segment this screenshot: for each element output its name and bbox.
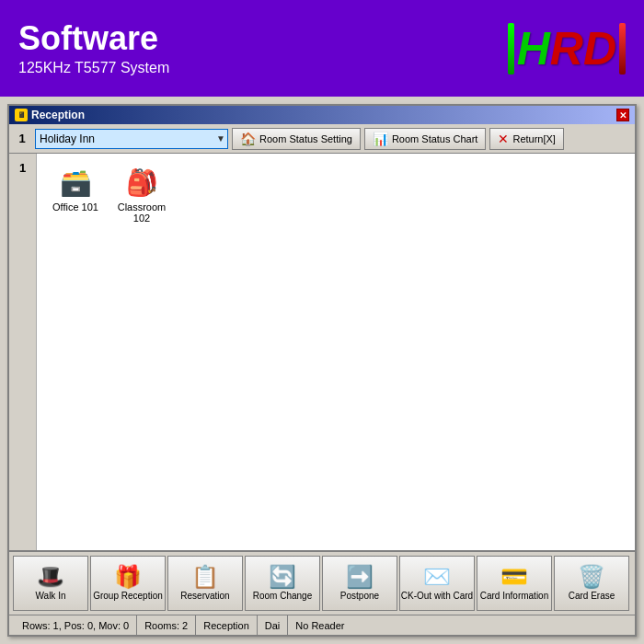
card-erase-label: Card Erase: [569, 591, 615, 601]
room-change-button[interactable]: 🔄 Room Change: [245, 556, 320, 611]
hrd-bar-left: [508, 23, 514, 75]
return-icon: ✕: [498, 132, 509, 146]
room-status-chart-label: Room Status Chart: [392, 133, 478, 144]
letter-r: R: [550, 22, 583, 75]
status-rooms-text: Rooms: 2: [144, 620, 188, 631]
row-number: 1: [13, 132, 31, 145]
status-bar: Rows: 1, Pos: 0, Mov: 0 Rooms: 2 Recepti…: [9, 615, 635, 635]
main-area: 🖥 Reception ✕ 1 Holiday Inn Other Hotel …: [0, 97, 644, 644]
postpone-label: Postpone: [340, 591, 379, 601]
reservation-button[interactable]: 📋 Reservation: [167, 556, 243, 611]
status-dai: Dai: [258, 615, 289, 635]
card-information-label: Card Information: [480, 591, 548, 601]
status-rows: Rows: 1, Pos: 0, Mov: 0: [15, 615, 137, 635]
letter-h: H: [517, 22, 550, 75]
postpone-icon: ➡️: [346, 566, 374, 588]
card-information-button[interactable]: 💳 Card Information: [477, 556, 552, 611]
status-rooms: Rooms: 2: [137, 615, 196, 635]
ck-out-with-card-label: CK-Out with Card: [401, 591, 473, 601]
card-erase-icon: 🗑️: [578, 566, 605, 588]
room-status-chart-icon: 📊: [373, 132, 388, 146]
room-classroom-102-icon: 🎒: [120, 165, 164, 200]
reservation-icon: 📋: [191, 566, 219, 588]
room-status-setting-button[interactable]: 🏠 Room Status Setting: [232, 128, 361, 150]
title-bar: 🖥 Reception ✕: [9, 106, 635, 124]
room-change-icon: 🔄: [269, 566, 296, 588]
group-reception-label: Group Reception: [93, 591, 163, 601]
header-left: Software 125KHz T5577 System: [18, 20, 169, 77]
hrd-logo: H R D: [508, 22, 626, 75]
room-classroom-102[interactable]: 🎒 Classroom 102: [110, 161, 173, 227]
window-frame: 🖥 Reception ✕ 1 Holiday Inn Other Hotel …: [7, 104, 637, 637]
postpone-button[interactable]: ➡️ Postpone: [322, 556, 397, 611]
return-button[interactable]: ✕ Return[X]: [489, 128, 563, 150]
room-status-setting-icon: 🏠: [240, 132, 256, 146]
window-title: Reception: [31, 109, 85, 121]
room-status-chart-button[interactable]: 📊 Room Status Chart: [364, 128, 487, 150]
room-office-101[interactable]: 🗃️ Office 101: [44, 161, 107, 227]
walk-in-button[interactable]: 🎩 Walk In: [13, 556, 88, 611]
title-bar-left: 🖥 Reception: [15, 109, 85, 121]
reservation-label: Reservation: [180, 591, 229, 601]
group-reception-button[interactable]: 🎁 Group Reception: [90, 556, 166, 611]
app-title: Software: [18, 20, 169, 57]
status-dai-text: Dai: [265, 620, 281, 631]
room-office-101-label: Office 101: [52, 201, 98, 213]
content-area: 1 🗃️ Office 101 🎒 Classroom 102: [9, 154, 635, 550]
sidebar-row-number: 1: [19, 161, 26, 175]
walk-in-label: Walk In: [36, 591, 66, 601]
room-status-setting-label: Room Status Setting: [259, 133, 352, 144]
left-sidebar: 1: [9, 154, 37, 550]
status-reception-text: Reception: [203, 620, 249, 631]
walk-in-icon: 🎩: [37, 566, 64, 588]
close-button[interactable]: ✕: [616, 109, 629, 121]
hrd-letters: H R D: [517, 22, 616, 75]
status-reader-text: No Reader: [295, 620, 344, 631]
letter-d: D: [583, 22, 616, 75]
toolbar-row: 1 Holiday Inn Other Hotel ▼ 🏠 Room Statu…: [9, 124, 635, 154]
card-information-icon: 💳: [500, 566, 528, 588]
app-subtitle: 125KHz T5577 System: [18, 60, 169, 76]
status-reception: Reception: [196, 615, 258, 635]
room-office-101-icon: 🗃️: [53, 165, 98, 200]
hotel-select-wrapper[interactable]: Holiday Inn Other Hotel ▼: [35, 129, 228, 149]
status-rows-text: Rows: 1, Pos: 0, Mov: 0: [22, 620, 129, 631]
card-erase-button[interactable]: 🗑️ Card Erase: [554, 556, 629, 611]
return-label: Return[X]: [512, 133, 555, 144]
status-reader: No Reader: [288, 615, 351, 635]
room-change-label: Room Change: [253, 591, 312, 601]
group-reception-icon: 🎁: [114, 566, 142, 588]
ck-out-with-card-button[interactable]: ✉️ CK-Out with Card: [399, 556, 475, 611]
room-classroom-102-label: Classroom 102: [114, 201, 169, 224]
ck-out-with-card-icon: ✉️: [423, 566, 451, 588]
header: Software 125KHz T5577 System H R D: [0, 0, 644, 97]
room-grid: 🗃️ Office 101 🎒 Classroom 102: [37, 154, 635, 550]
hotel-dropdown[interactable]: Holiday Inn Other Hotel: [35, 129, 228, 149]
hrd-bar-right: [619, 23, 626, 75]
bottom-toolbar: 🎩 Walk In 🎁 Group Reception 📋 Reservatio…: [9, 550, 635, 615]
window-icon: 🖥: [15, 109, 28, 121]
